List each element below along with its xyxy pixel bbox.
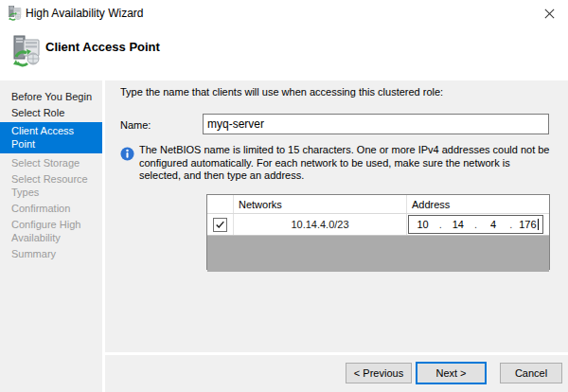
sidebar-item-select-role[interactable]: Select Role <box>0 106 102 119</box>
sidebar-item-summary[interactable]: Summary <box>0 247 102 260</box>
column-header-networks: Networks <box>234 195 407 213</box>
ip-octet-2[interactable]: 14 <box>444 219 471 230</box>
ip-dot-separator: . <box>436 219 444 230</box>
sidebar-item-confirmation[interactable]: Confirmation <box>0 202 102 215</box>
info-icon <box>120 147 134 161</box>
window-title: High Availability Wizard <box>26 7 144 20</box>
network-cell[interactable]: 10.14.4.0/23 <box>234 214 407 235</box>
column-header-checkbox <box>207 195 234 213</box>
info-message: The NetBIOS name is limited to 15 charac… <box>139 144 550 183</box>
sidebar-item-select-storage[interactable]: Select Storage <box>0 156 102 169</box>
table-row: 10.14.4.0/23 10 . 14 . 4 . 176 <box>207 214 549 236</box>
text-cursor <box>538 219 539 230</box>
column-header-address: Address <box>407 195 549 213</box>
sidebar-item-configure-high-availability[interactable]: Configure High Availability <box>0 218 102 244</box>
network-checkbox[interactable] <box>213 218 227 232</box>
table-empty-area <box>207 236 549 272</box>
sidebar-item-client-access-point[interactable]: Client Access Point <box>0 122 102 153</box>
title-bar: High Availability Wizard <box>0 0 568 27</box>
ip-octet-1[interactable]: 10 <box>409 219 436 230</box>
cancel-button[interactable]: Cancel <box>500 363 562 383</box>
address-ip-input[interactable]: 10 . 14 . 4 . 176 <box>408 215 543 234</box>
close-button[interactable] <box>540 4 559 23</box>
page-header: Client Access Point <box>0 27 568 80</box>
previous-button[interactable]: < Previous <box>346 363 412 383</box>
sidebar-item-select-resource-types[interactable]: Select Resource Types <box>0 172 102 199</box>
ip-dot-separator: . <box>507 219 515 230</box>
wizard-steps-sidebar: Before You Begin Select Role Client Acce… <box>0 80 102 263</box>
ip-octet-3[interactable]: 4 <box>480 219 507 230</box>
instruction-text: Type the name that clients will use when… <box>120 86 556 98</box>
networks-table: Networks Address 10.14.4.0/23 10 . 14 . … <box>206 194 550 270</box>
client-access-point-icon <box>11 35 41 67</box>
high-availability-wizard-window: High Availability Wizard <box>0 0 568 392</box>
ip-octet-4[interactable]: 176 <box>515 219 542 230</box>
ip-dot-separator: . <box>472 219 480 230</box>
wizard-app-icon <box>8 6 22 21</box>
sidebar-divider <box>102 80 105 392</box>
next-button[interactable]: Next > <box>416 362 487 384</box>
name-label: Name: <box>120 119 151 131</box>
sidebar-item-before-you-begin[interactable]: Before You Begin <box>0 90 102 103</box>
table-header-row: Networks Address <box>207 195 549 214</box>
footer-divider <box>105 352 568 355</box>
page-title: Client Access Point <box>45 40 160 54</box>
close-icon <box>543 8 556 20</box>
checkmark-icon <box>215 220 225 230</box>
name-input[interactable] <box>203 114 549 134</box>
